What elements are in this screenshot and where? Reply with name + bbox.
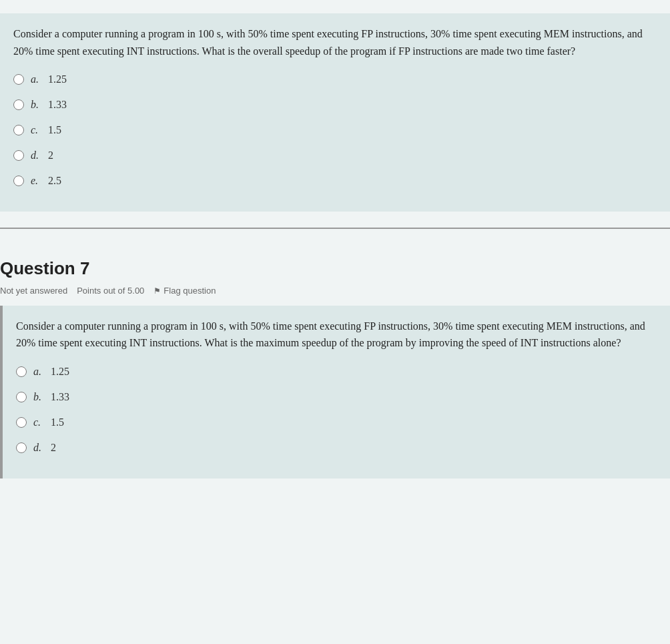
question7-options: a. 1.25 b. 1.33 c. 1.5 <box>16 364 657 456</box>
q6-option-d[interactable] <box>13 150 24 161</box>
q7-label-b: b. <box>33 389 47 405</box>
q6-option-c[interactable] <box>13 125 24 135</box>
q6-value-b: 1.33 <box>48 97 67 113</box>
question7-text: Consider a computer running a program in… <box>16 318 657 352</box>
page-container: Consider a computer running a program in… <box>0 0 670 478</box>
list-item: b. 1.33 <box>16 389 657 405</box>
question7-header: Question 7 Not yet answered Points out o… <box>0 242 670 300</box>
question6-options: a. 1.25 b. 1.33 c. 1.5 d. 2 <box>13 71 657 189</box>
question7-status: Not yet answered <box>0 284 67 298</box>
flag-question-link[interactable]: ⚑ Flag question <box>153 284 216 298</box>
list-item: c. 1.5 <box>13 122 657 138</box>
question7-content-box: Consider a computer running a program in… <box>3 306 670 478</box>
list-item: d. 2 <box>13 147 657 164</box>
q6-label-b: b. <box>31 97 44 113</box>
q6-value-a: 1.25 <box>48 71 67 87</box>
q6-label-a: a. <box>31 71 44 87</box>
flag-icon: ⚑ <box>153 285 161 297</box>
q7-value-c: 1.5 <box>51 414 64 430</box>
q7-option-c[interactable] <box>16 417 27 428</box>
flag-label: Flag question <box>163 284 216 298</box>
question7-meta: Not yet answered Points out of 5.00 ⚑ Fl… <box>0 284 670 298</box>
q7-option-b[interactable] <box>16 392 27 402</box>
q7-label-d: d. <box>33 440 47 456</box>
q7-value-a: 1.25 <box>51 364 69 380</box>
q6-label-c: c. <box>31 122 44 138</box>
q6-value-c: 1.5 <box>48 122 61 138</box>
list-item: d. 2 <box>16 440 657 456</box>
list-item: e. 2.5 <box>13 173 657 189</box>
question7-border-box: Consider a computer running a program in… <box>0 306 670 478</box>
question7-title: Question 7 <box>0 256 670 282</box>
question7-section: Question 7 Not yet answered Points out o… <box>0 229 670 478</box>
list-item: b. 1.33 <box>13 97 657 113</box>
q6-label-e: e. <box>31 173 44 189</box>
q6-label-d: d. <box>31 147 44 164</box>
q7-option-d[interactable] <box>16 442 27 453</box>
question7-points: Points out of 5.00 <box>77 284 144 298</box>
q7-label-a: a. <box>33 364 47 380</box>
list-item: a. 1.25 <box>16 364 657 380</box>
question6-section: Consider a computer running a program in… <box>0 0 670 212</box>
q6-option-a[interactable] <box>13 74 24 85</box>
q7-value-d: 2 <box>51 440 56 456</box>
list-item: a. 1.25 <box>13 71 657 87</box>
q6-option-b[interactable] <box>13 99 24 110</box>
q7-label-c: c. <box>33 414 47 430</box>
question6-content-box: Consider a computer running a program in… <box>0 13 670 212</box>
q7-value-b: 1.33 <box>51 389 69 405</box>
q7-option-a[interactable] <box>16 366 27 377</box>
question6-text: Consider a computer running a program in… <box>13 25 657 59</box>
list-item: c. 1.5 <box>16 414 657 430</box>
q6-value-d: 2 <box>48 147 53 164</box>
q6-option-e[interactable] <box>13 176 24 186</box>
q6-value-e: 2.5 <box>48 173 61 189</box>
